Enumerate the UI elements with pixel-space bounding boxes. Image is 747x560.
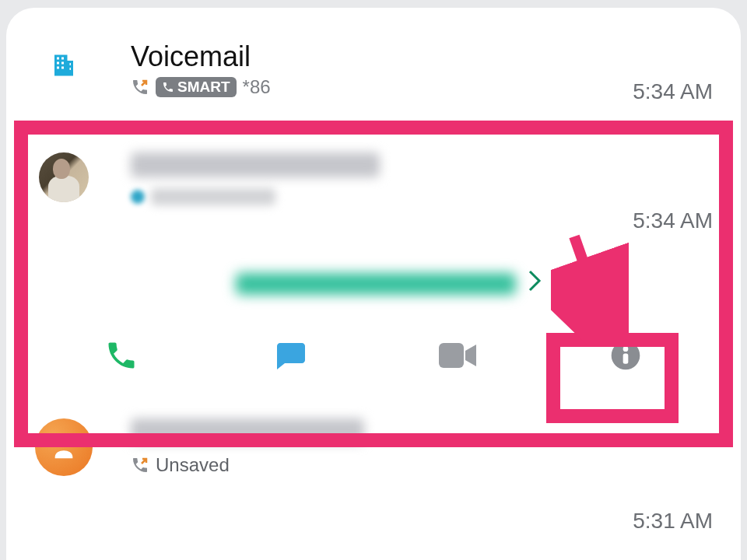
contact-avatar-placeholder xyxy=(35,418,93,476)
contact-avatar-photo xyxy=(39,152,89,202)
call-row-body: Voicemail SMART *86 xyxy=(100,40,719,98)
redacted-number xyxy=(131,418,364,443)
smart-badge: SMART xyxy=(156,77,237,97)
redacted-status-dot xyxy=(131,190,145,204)
building-avatar xyxy=(39,40,89,90)
person-icon xyxy=(51,434,77,460)
call-row-body: Unsaved xyxy=(100,418,719,476)
call-row-unsaved[interactable]: Unsaved 5:31 AM xyxy=(6,398,741,485)
avatar xyxy=(28,40,100,90)
call-title: Voicemail xyxy=(131,40,713,73)
outgoing-call-icon xyxy=(131,78,149,96)
message-button[interactable] xyxy=(223,337,356,374)
building-icon xyxy=(50,51,78,79)
call-log-card: Voicemail SMART *86 5:34 AM xyxy=(6,8,741,560)
action-row xyxy=(6,337,741,397)
svg-rect-0 xyxy=(439,343,464,368)
video-button[interactable] xyxy=(391,338,524,373)
redacted-status xyxy=(151,188,275,205)
chevron-right-icon xyxy=(527,269,542,298)
call-row-voicemail[interactable]: Voicemail SMART *86 5:34 AM xyxy=(6,8,741,107)
call-subtitle xyxy=(131,188,713,205)
call-subtitle: SMART *86 xyxy=(131,76,713,98)
redacted-name xyxy=(131,152,380,177)
call-subtitle: Unsaved xyxy=(131,454,713,476)
outgoing-call-icon xyxy=(131,456,149,474)
call-time: 5:31 AM xyxy=(633,509,713,534)
svg-rect-3 xyxy=(623,354,629,364)
call-number: *86 xyxy=(243,76,271,98)
call-button[interactable] xyxy=(55,338,188,373)
phone-icon xyxy=(104,338,139,373)
avatar xyxy=(28,152,100,202)
suggestion-row[interactable] xyxy=(6,269,741,298)
message-icon xyxy=(271,337,308,374)
call-row-body xyxy=(100,152,719,205)
redacted-suggestion xyxy=(236,273,516,295)
call-time: 5:34 AM xyxy=(633,208,713,233)
call-row-selected[interactable]: 5:34 AM xyxy=(6,107,741,215)
call-status: Unsaved xyxy=(156,454,230,476)
svg-point-2 xyxy=(623,346,629,352)
call-time: 5:34 AM xyxy=(633,79,713,104)
video-icon xyxy=(437,338,478,373)
smart-badge-label: SMART xyxy=(177,79,230,96)
svg-point-4 xyxy=(59,439,68,447)
info-button[interactable] xyxy=(559,340,692,371)
info-icon xyxy=(610,340,641,371)
avatar xyxy=(28,418,100,476)
